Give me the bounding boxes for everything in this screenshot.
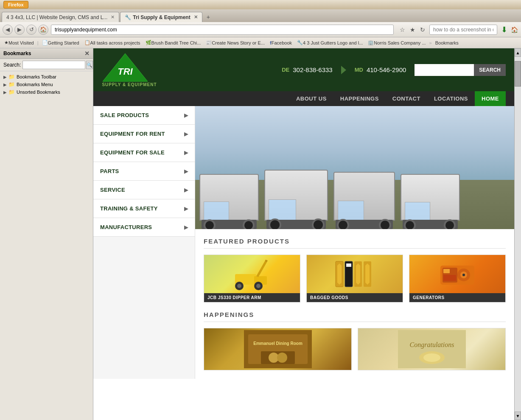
menu-item-label-6: TRAINING & SAFETY — [100, 205, 158, 212]
product-card-jcb[interactable]: JCB JS330 DIPPER ARM — [204, 255, 300, 302]
svg-point-32 — [277, 353, 287, 363]
svg-marker-12 — [337, 263, 342, 285]
restaurant-image-svg: Emmanuel Dining Room — [244, 330, 312, 368]
site-header: TRI SUPPLY & EQUIPMENT DE 302-838-6333 M… — [93, 48, 514, 91]
site-nav: ABOUT US HAPPENINGS CONTACT LOCATIONS HO… — [93, 91, 514, 106]
refresh-icon[interactable]: ↻ — [417, 25, 428, 35]
vertical-scrollbar[interactable]: ▲ ▼ — [514, 48, 521, 420]
nav-home[interactable]: HOME — [475, 91, 506, 106]
bookmark-star-filled-icon[interactable]: ★ — [407, 25, 417, 35]
bookmark-bookmarks-menu[interactable]: Bookmarks — [433, 39, 461, 46]
bookmark-brush-bandit[interactable]: 🌿 Brush Bandit Tree Chi... — [143, 39, 204, 46]
site-search-input[interactable] — [415, 64, 474, 76]
norris-icon: 🏢 — [368, 40, 374, 45]
menu-arrow-icon-2: ▶ — [184, 131, 188, 137]
happening-card-restaurant[interactable]: Emmanuel Dining Room — [204, 328, 352, 370]
tree-item-label-2: Bookmarks Menu — [17, 82, 53, 87]
svg-rect-25 — [443, 269, 450, 273]
product-img-jcb — [204, 255, 300, 293]
bookmark-just-gutters[interactable]: 🔧 4 3 Just Gutters Logo and l... — [294, 39, 365, 46]
sidebar-close-button[interactable]: ✕ — [84, 50, 90, 57]
tab-1[interactable]: 4 3 4x3, LLC | Website Design, CMS and L… — [2, 12, 119, 22]
bookmark-all-tasks[interactable]: 📋 All tasks across projects — [82, 39, 143, 46]
nav-locations[interactable]: LOCATIONS — [427, 91, 475, 106]
menu-equipment-sale[interactable]: EQUIPMENT FOR SALE ▶ — [93, 143, 195, 162]
product-card-bagged[interactable]: BAGGED GOODS — [306, 255, 403, 302]
product-card-generator[interactable]: GENERATORS — [409, 255, 506, 302]
menu-item-label-2: EQUIPMENT FOR RENT — [100, 131, 165, 137]
forward-button[interactable]: ▶ — [14, 25, 25, 35]
menu-item-label-3: EQUIPMENT FOR SALE — [100, 149, 165, 156]
phone-md-number: 410-546-2900 — [367, 66, 406, 73]
tree-arrow-icon-3: ▶ — [3, 90, 7, 95]
tab-1-close[interactable]: ✕ — [111, 14, 115, 20]
sidebar-search-input[interactable] — [22, 61, 85, 69]
nav-contact[interactable]: CONTACT — [386, 91, 427, 106]
happening-img-restaurant: Emmanuel Dining Room — [204, 328, 351, 370]
site-search-box: SEARCH — [415, 64, 506, 76]
phone-de-label: DE — [282, 67, 289, 73]
congrats-image-svg: Congratulations — [398, 330, 466, 368]
menu-manufacturers[interactable]: MANUFACTURERS ▶ — [93, 218, 195, 237]
menu-parts[interactable]: PARTS ▶ — [93, 162, 195, 181]
menu-item-label-7: MANUFACTURERS — [100, 224, 152, 230]
folder-icon-2: 📁 — [8, 81, 15, 87]
menu-training-safety[interactable]: TRAINING & SAFETY ▶ — [93, 199, 195, 218]
nav-about-us[interactable]: ABOUT US — [289, 91, 333, 106]
sidebar-tree-item-menu[interactable]: ▶ 📁 Bookmarks Menu — [2, 81, 91, 88]
sidebar-tree-item-toolbar[interactable]: ▶ 📁 Bookmarks Toolbar — [2, 73, 91, 81]
sidebar-tree-item-unsorted[interactable]: ▶ 📁 Unsorted Bookmarks — [2, 88, 91, 96]
scroll-up-button[interactable]: ▲ — [515, 48, 521, 57]
tab-2-close[interactable]: ✕ — [194, 14, 198, 20]
gutters-icon: 🔧 — [297, 40, 303, 45]
ff-search-input[interactable] — [429, 25, 497, 35]
machines-row — [199, 157, 510, 229]
nav-happenings[interactable]: HAPPENINGS — [333, 91, 386, 106]
browser-content: Bookmarks ✕ Search: 🔍 ▶ 📁 Bookmarks Tool… — [0, 48, 521, 420]
bookmark-star-icon[interactable]: ☆ — [397, 25, 407, 35]
phone-block-md: MD 410-546-2900 — [355, 66, 406, 73]
svg-text:Congratulations: Congratulations — [409, 341, 454, 349]
bookmark-facebook[interactable]: f Facebook — [267, 39, 294, 46]
scroll-down-button[interactable]: ▼ — [515, 412, 521, 420]
tab-2[interactable]: 🔧 Tri Supply & Equipment ✕ — [120, 12, 202, 22]
bookmark-most-visited[interactable]: ★ Most Visited — [2, 39, 36, 46]
product-label-jcb: JCB JS330 DIPPER ARM — [204, 293, 300, 302]
menu-service[interactable]: SERVICE ▶ — [93, 181, 195, 199]
tasks-icon: 📋 — [84, 40, 90, 45]
menu-arrow-icon: ▶ — [184, 112, 188, 118]
bookmarks-bar: ★ Most Visited | 📄 Getting Started 📋 All… — [0, 37, 521, 48]
sidebar-search-button[interactable]: 🔍 — [86, 61, 93, 69]
tree-item-label-3: Unsorted Bookmarks — [17, 90, 60, 95]
hero-slider: SKID STEERS & TRACK LOADERS Rent a skid … — [195, 106, 514, 229]
address-bar[interactable] — [51, 25, 394, 35]
site-content-area: SKID STEERS & TRACK LOADERS Rent a skid … — [195, 106, 514, 379]
home-nav-icon[interactable]: 🏠 — [509, 25, 519, 35]
logo-container: TRI SUPPLY & EQUIPMENT — [102, 53, 157, 87]
happenings-grid: Emmanuel Dining Room — [204, 328, 506, 370]
bookmark-norris[interactable]: 🏢 Norris Sales Company ... — [365, 39, 428, 46]
menu-item-label-4: PARTS — [100, 168, 119, 174]
bookmark-getting-started[interactable]: 📄 Getting Started — [39, 39, 82, 46]
home-button[interactable]: 🏠 — [38, 25, 48, 35]
reload-button[interactable]: ↺ — [26, 25, 36, 35]
happenings-section: HAPPENINGS Emmanuel Dining Room — [195, 311, 514, 379]
happening-card-congrats[interactable]: Congratulations — [358, 328, 506, 370]
product-img-bagged — [307, 255, 403, 293]
bookmark-create-news[interactable]: 📰 Create News Story or E... — [203, 39, 267, 46]
scroll-thumb[interactable] — [515, 61, 521, 87]
svg-marker-4 — [256, 261, 267, 277]
site-search-button[interactable]: SEARCH — [474, 64, 506, 76]
machine-2 — [264, 157, 332, 229]
bookmarks-sidebar: Bookmarks ✕ Search: 🔍 ▶ 📁 Bookmarks Tool… — [0, 48, 93, 420]
download-icon[interactable]: ⬇ — [499, 25, 509, 35]
most-visited-icon: ★ — [4, 40, 8, 45]
menu-sale-products[interactable]: SALE PRODUCTS ▶ — [93, 106, 195, 125]
folder-icon-3: 📁 — [8, 89, 15, 95]
back-button[interactable]: ◀ — [3, 25, 13, 35]
firefox-menu-button[interactable]: Firefox — [3, 1, 28, 8]
menu-equipment-rent[interactable]: EQUIPMENT FOR RENT ▶ — [93, 125, 195, 143]
new-tab-button[interactable]: + — [203, 12, 213, 22]
nav-bar: ◀ ▶ ↺ 🏠 ☆ ★ ↻ ⬇ 🏠 — [0, 22, 521, 37]
phone-md-label: MD — [355, 67, 363, 73]
